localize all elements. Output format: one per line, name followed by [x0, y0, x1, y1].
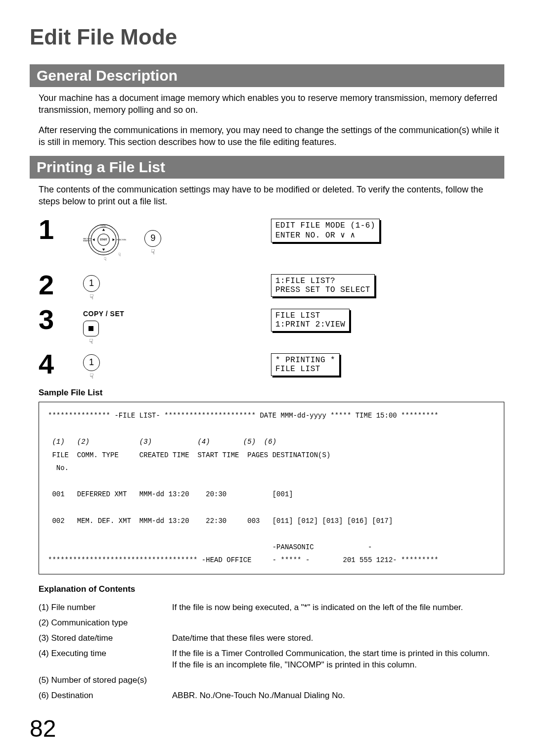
sample-col-headers: FILE COMM. TYPE CREATED TIME START TIME …	[48, 451, 330, 472]
dial-wheel-icon: +VOL. DIRECTORY SEARCH START FUNCTION ☟ …	[83, 220, 137, 266]
page-title: Edit File Mode	[30, 25, 504, 49]
general-desc-p2: After reserving the communications in me…	[39, 124, 504, 148]
step-2-number: 2	[39, 271, 83, 299]
table-row: (5) Number of stored page(s)	[39, 673, 504, 688]
explan-4-label: (4) Executing time	[39, 646, 172, 673]
explan-1-label: (1) File number	[39, 600, 172, 615]
steps-container: 1 +VOL. DIRECTORY SEARCH START FUNCTION …	[39, 216, 504, 380]
svg-marker-5	[92, 238, 95, 241]
sample-row-2: 002 MEM. DEF. XMT MMM-dd 13:20 22:30 003…	[48, 517, 393, 525]
sample-file-list-label: Sample File List	[39, 388, 504, 398]
explan-5-label: (5) Number of stored page(s)	[39, 673, 172, 688]
page-number: 82	[30, 715, 504, 742]
explan-6-label: (6) Destination	[39, 688, 172, 704]
step-3: 3 COPY / SET ☟ FILE LIST 1:PRINT 2:VIEW	[39, 306, 504, 345]
sample-header: *************** -FILE LIST- ************…	[48, 412, 439, 420]
svg-marker-3	[102, 229, 105, 231]
explan-3-desc: Date/time that these files were stored.	[172, 631, 504, 646]
hand-press-icon: ☟	[104, 257, 106, 262]
stop-icon	[83, 321, 99, 336]
step-1: 1 +VOL. DIRECTORY SEARCH START FUNCTION …	[39, 216, 504, 266]
table-row: (1) File number If the file is now being…	[39, 600, 504, 615]
sample-footer: ************************************ -HE…	[48, 556, 439, 564]
explan-4-desc: If the file is a Timer Controlled Commun…	[172, 646, 504, 673]
lcd-step-2: 1:FILE LIST? PRESS SET TO SELECT	[271, 274, 375, 297]
svg-marker-6	[113, 238, 115, 241]
table-row: (4) Executing time If the file is a Time…	[39, 646, 504, 673]
hand-press-icon: ☟	[83, 372, 100, 380]
step-2: 2 1 ☟ 1:FILE LIST? PRESS SET TO SELECT	[39, 271, 504, 301]
hand-press-icon: ☟	[144, 248, 161, 256]
key-1-label: 1	[83, 275, 100, 292]
copy-set-text: COPY / SET	[83, 310, 124, 318]
key-1: 1 ☟	[83, 275, 100, 301]
explan-6-desc: ABBR. No./One-Touch No./Manual Dialing N…	[172, 688, 504, 704]
key-1: 1 ☟	[83, 354, 100, 380]
step-4: 4 1 ☟ * PRINTING * FILE LIST	[39, 350, 504, 380]
dial-right-label: FUNCTION	[117, 239, 126, 241]
explan-2-label: (2) Communication type	[39, 615, 172, 631]
section-heading-general: General Description	[30, 64, 504, 87]
lcd-step-3: FILE LIST 1:PRINT 2:VIEW	[271, 309, 350, 331]
explanation-heading: Explanation of Contents	[39, 584, 504, 594]
explan-2-desc	[172, 615, 504, 631]
explan-5-desc	[172, 673, 504, 688]
lcd-step-4: * PRINTING * FILE LIST	[271, 353, 340, 376]
hand-press-icon: ☟	[83, 293, 100, 301]
sample-file-list-box: *************** -FILE LIST- ************…	[39, 402, 504, 574]
key-9: 9 ☟	[144, 230, 161, 256]
dial-center-label: START	[100, 238, 107, 241]
hand-press-icon: ☟	[83, 337, 99, 345]
copy-set-key: ☟	[83, 321, 99, 345]
svg-rect-7	[89, 326, 93, 331]
step-3-number: 3	[39, 306, 83, 333]
svg-marker-4	[102, 248, 105, 251]
sample-row-1: 001 DEFERRED XMT MMM-dd 13:20 20:30 [001…	[48, 490, 293, 498]
dial-top-label: +VOL.	[100, 224, 107, 227]
explanation-table: (1) File number If the file is now being…	[39, 600, 504, 704]
table-row: (6) Destination ABBR. No./One-Touch No./…	[39, 688, 504, 704]
copy-set-label: COPY / SET	[83, 310, 271, 318]
table-row: (3) Stored date/time Date/time that thes…	[39, 631, 504, 646]
step-4-number: 4	[39, 350, 83, 378]
dial-left-label-1: DIRECTORY	[83, 237, 92, 239]
section-heading-printing: Printing a File List	[30, 156, 504, 179]
sample-brand: -PANASONIC -	[48, 543, 372, 551]
table-row: (2) Communication type	[39, 615, 504, 631]
lcd-step-1: EDIT FILE MODE (1-6) ENTER NO. OR ∨ ∧	[271, 219, 380, 242]
key-9-label: 9	[144, 230, 161, 247]
dial-left-label-2: SEARCH	[83, 240, 90, 242]
sample-col-nums: (1) (2) (3) (4) (5) (6)	[48, 438, 276, 446]
step-1-number: 1	[39, 216, 83, 243]
explan-1-desc: If the file is now being executed, a "*"…	[172, 600, 504, 615]
general-desc-p1: Your machine has a document image memory…	[39, 92, 504, 116]
hand-press-icon: ☟	[118, 252, 121, 257]
explan-3-label: (3) Stored date/time	[39, 631, 172, 646]
key-1-label: 1	[83, 354, 100, 371]
printing-p1: The contents of the communication settin…	[39, 184, 504, 208]
